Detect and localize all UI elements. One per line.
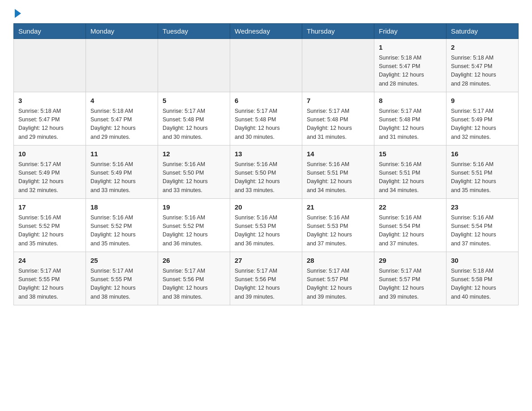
day-info: Sunrise: 5:16 AMSunset: 5:54 PMDaylight:…	[451, 214, 514, 248]
calendar-cell: 3Sunrise: 5:18 AMSunset: 5:47 PMDaylight…	[14, 92, 86, 146]
day-info: Sunrise: 5:17 AMSunset: 5:55 PMDaylight:…	[18, 267, 81, 302]
day-info: Sunrise: 5:17 AMSunset: 5:55 PMDaylight:…	[90, 267, 153, 302]
day-number: 6	[235, 96, 297, 106]
calendar-cell	[158, 39, 230, 92]
weekday-header-monday: Monday	[86, 24, 158, 39]
calendar-cell: 25Sunrise: 5:17 AMSunset: 5:55 PMDayligh…	[86, 252, 158, 305]
day-number: 2	[451, 43, 514, 53]
weekday-header-friday: Friday	[374, 24, 446, 39]
day-number: 3	[18, 96, 81, 106]
day-number: 26	[163, 256, 225, 266]
day-number: 1	[379, 43, 442, 53]
day-number: 9	[451, 96, 514, 106]
calendar-week-row: 1Sunrise: 5:18 AMSunset: 5:47 PMDaylight…	[14, 39, 519, 92]
calendar-cell: 14Sunrise: 5:16 AMSunset: 5:51 PMDayligh…	[302, 146, 374, 199]
calendar-cell: 30Sunrise: 5:18 AMSunset: 5:58 PMDayligh…	[446, 252, 519, 305]
calendar-cell: 6Sunrise: 5:17 AMSunset: 5:48 PMDaylight…	[230, 92, 302, 146]
day-info: Sunrise: 5:16 AMSunset: 5:51 PMDaylight:…	[307, 160, 369, 195]
day-info: Sunrise: 5:17 AMSunset: 5:48 PMDaylight:…	[379, 107, 442, 142]
calendar-week-row: 17Sunrise: 5:16 AMSunset: 5:52 PMDayligh…	[14, 199, 519, 252]
logo	[13, 9, 27, 16]
day-number: 14	[307, 149, 369, 159]
day-info: Sunrise: 5:17 AMSunset: 5:48 PMDaylight:…	[235, 107, 297, 142]
calendar-cell: 28Sunrise: 5:17 AMSunset: 5:57 PMDayligh…	[302, 252, 374, 305]
weekday-header-wednesday: Wednesday	[230, 24, 302, 39]
day-info: Sunrise: 5:18 AMSunset: 5:47 PMDaylight:…	[90, 107, 153, 142]
day-number: 20	[235, 202, 297, 213]
day-info: Sunrise: 5:17 AMSunset: 5:56 PMDaylight:…	[235, 267, 297, 302]
day-number: 25	[90, 256, 153, 266]
calendar-cell: 15Sunrise: 5:16 AMSunset: 5:51 PMDayligh…	[374, 146, 446, 199]
calendar-cell: 16Sunrise: 5:16 AMSunset: 5:51 PMDayligh…	[446, 146, 519, 199]
day-info: Sunrise: 5:16 AMSunset: 5:51 PMDaylight:…	[379, 160, 442, 195]
day-number: 15	[379, 149, 442, 159]
calendar-cell: 2Sunrise: 5:18 AMSunset: 5:47 PMDaylight…	[446, 39, 519, 92]
day-number: 12	[163, 149, 225, 159]
day-info: Sunrise: 5:16 AMSunset: 5:52 PMDaylight:…	[163, 214, 225, 248]
calendar-cell: 27Sunrise: 5:17 AMSunset: 5:56 PMDayligh…	[230, 252, 302, 305]
calendar-cell: 21Sunrise: 5:16 AMSunset: 5:53 PMDayligh…	[302, 199, 374, 252]
day-info: Sunrise: 5:16 AMSunset: 5:50 PMDaylight:…	[235, 160, 297, 195]
logo-arrow-icon	[15, 9, 21, 18]
calendar-cell: 29Sunrise: 5:17 AMSunset: 5:57 PMDayligh…	[374, 252, 446, 305]
calendar-cell	[302, 39, 374, 92]
weekday-header-tuesday: Tuesday	[158, 24, 230, 39]
day-number: 8	[379, 96, 442, 106]
day-info: Sunrise: 5:16 AMSunset: 5:52 PMDaylight:…	[90, 214, 153, 248]
day-number: 18	[90, 202, 153, 213]
calendar-cell: 19Sunrise: 5:16 AMSunset: 5:52 PMDayligh…	[158, 199, 230, 252]
day-number: 4	[90, 96, 153, 106]
day-info: Sunrise: 5:17 AMSunset: 5:57 PMDaylight:…	[307, 267, 369, 302]
calendar-week-row: 3Sunrise: 5:18 AMSunset: 5:47 PMDaylight…	[14, 92, 519, 146]
calendar-cell: 24Sunrise: 5:17 AMSunset: 5:55 PMDayligh…	[14, 252, 86, 305]
day-info: Sunrise: 5:17 AMSunset: 5:49 PMDaylight:…	[18, 160, 81, 195]
day-number: 22	[379, 202, 442, 213]
day-info: Sunrise: 5:16 AMSunset: 5:53 PMDaylight:…	[235, 214, 297, 248]
day-number: 11	[90, 149, 153, 159]
day-number: 21	[307, 202, 369, 213]
day-info: Sunrise: 5:16 AMSunset: 5:52 PMDaylight:…	[18, 214, 81, 248]
day-info: Sunrise: 5:17 AMSunset: 5:56 PMDaylight:…	[163, 267, 225, 302]
weekday-header-sunday: Sunday	[14, 24, 86, 39]
day-info: Sunrise: 5:16 AMSunset: 5:53 PMDaylight:…	[307, 214, 369, 248]
calendar-cell: 9Sunrise: 5:17 AMSunset: 5:49 PMDaylight…	[446, 92, 519, 146]
weekday-header-row: SundayMondayTuesdayWednesdayThursdayFrid…	[14, 24, 519, 39]
day-number: 23	[451, 202, 514, 213]
calendar-cell: 11Sunrise: 5:16 AMSunset: 5:49 PMDayligh…	[86, 146, 158, 199]
day-info: Sunrise: 5:16 AMSunset: 5:50 PMDaylight:…	[163, 160, 225, 195]
day-info: Sunrise: 5:18 AMSunset: 5:47 PMDaylight:…	[451, 54, 514, 89]
calendar-cell: 1Sunrise: 5:18 AMSunset: 5:47 PMDaylight…	[374, 39, 446, 92]
day-info: Sunrise: 5:17 AMSunset: 5:57 PMDaylight:…	[379, 267, 442, 302]
calendar-cell: 26Sunrise: 5:17 AMSunset: 5:56 PMDayligh…	[158, 252, 230, 305]
calendar-cell: 22Sunrise: 5:16 AMSunset: 5:54 PMDayligh…	[374, 199, 446, 252]
day-info: Sunrise: 5:16 AMSunset: 5:54 PMDaylight:…	[379, 214, 442, 248]
day-info: Sunrise: 5:16 AMSunset: 5:51 PMDaylight:…	[451, 160, 514, 195]
page-header	[13, 9, 519, 16]
calendar-cell: 12Sunrise: 5:16 AMSunset: 5:50 PMDayligh…	[158, 146, 230, 199]
calendar-cell: 8Sunrise: 5:17 AMSunset: 5:48 PMDaylight…	[374, 92, 446, 146]
day-number: 16	[451, 149, 514, 159]
day-number: 7	[307, 96, 369, 106]
calendar-cell: 13Sunrise: 5:16 AMSunset: 5:50 PMDayligh…	[230, 146, 302, 199]
calendar-week-row: 10Sunrise: 5:17 AMSunset: 5:49 PMDayligh…	[14, 146, 519, 199]
calendar-table: SundayMondayTuesdayWednesdayThursdayFrid…	[13, 23, 519, 305]
day-number: 24	[18, 256, 81, 266]
day-number: 19	[163, 202, 225, 213]
day-number: 5	[163, 96, 225, 106]
calendar-cell: 10Sunrise: 5:17 AMSunset: 5:49 PMDayligh…	[14, 146, 86, 199]
calendar-cell: 20Sunrise: 5:16 AMSunset: 5:53 PMDayligh…	[230, 199, 302, 252]
calendar-cell: 23Sunrise: 5:16 AMSunset: 5:54 PMDayligh…	[446, 199, 519, 252]
calendar-cell: 5Sunrise: 5:17 AMSunset: 5:48 PMDaylight…	[158, 92, 230, 146]
day-info: Sunrise: 5:18 AMSunset: 5:47 PMDaylight:…	[18, 107, 81, 142]
day-info: Sunrise: 5:17 AMSunset: 5:49 PMDaylight:…	[451, 107, 514, 142]
day-info: Sunrise: 5:18 AMSunset: 5:47 PMDaylight:…	[379, 54, 442, 89]
calendar-cell	[86, 39, 158, 92]
day-number: 30	[451, 256, 514, 266]
day-number: 17	[18, 202, 81, 213]
calendar-cell	[230, 39, 302, 92]
calendar-cell: 7Sunrise: 5:17 AMSunset: 5:48 PMDaylight…	[302, 92, 374, 146]
day-number: 13	[235, 149, 297, 159]
weekday-header-saturday: Saturday	[446, 24, 519, 39]
day-number: 29	[379, 256, 442, 266]
calendar-cell	[14, 39, 86, 92]
